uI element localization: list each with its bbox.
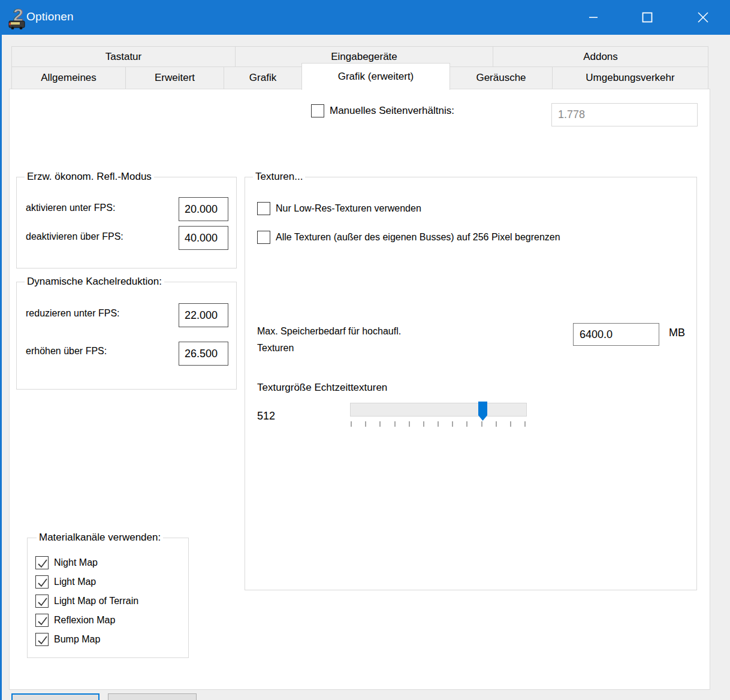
max-memory-unit: MB (669, 327, 685, 339)
tile-reduction-group: Dynamische Kachelreduktion: reduzieren u… (16, 282, 237, 390)
ok-button[interactable] (11, 693, 99, 700)
light-map-checkbox[interactable]: Light Map (35, 575, 96, 589)
checkbox-box[interactable] (35, 595, 49, 608)
slider-thumb[interactable] (478, 402, 487, 421)
raise-over-fps-value: 26.500 (185, 348, 218, 360)
limit-textures-checkbox[interactable]: Alle Texturen (außer des eigenen Busses)… (257, 231, 560, 244)
checkmark-icon (36, 595, 49, 608)
activate-under-fps-value: 20.000 (185, 203, 218, 216)
window-title: Optionen (26, 10, 74, 23)
checkmark-icon (36, 614, 49, 627)
reduce-under-fps-value: 22.000 (185, 309, 218, 322)
activate-under-fps-input[interactable]: 20.000 (179, 197, 228, 221)
tab-tastatur[interactable]: Tastatur (11, 46, 236, 67)
slider-ticks (351, 421, 526, 427)
night-map-checkbox[interactable]: Night Map (35, 556, 98, 569)
maximize-icon (642, 12, 653, 23)
reflexion-map-label: Reflexion Map (54, 615, 115, 626)
limit-textures-label: Alle Texturen (außer des eigenen Busses)… (276, 232, 560, 243)
tab-umgebungsverkehr[interactable]: Umgebungsverkehr (552, 67, 708, 89)
close-icon (698, 12, 708, 23)
tab-erweitert[interactable]: Erweitert (125, 67, 224, 89)
deactivate-over-fps-input[interactable]: 40.000 (179, 226, 228, 250)
bump-map-checkbox[interactable]: Bump Map (35, 633, 100, 646)
checkbox-box[interactable] (257, 202, 270, 215)
tab-label: Grafik (249, 72, 276, 84)
light-map-terrain-checkbox[interactable]: Light Map of Terrain (35, 595, 138, 608)
tab-label: Tastatur (105, 51, 141, 63)
deactivate-over-fps-label: deaktivieren über FPS: (26, 231, 123, 242)
lowres-textures-label: Nur Low-Res-Texturen verwenden (276, 203, 421, 214)
options-window: 2 Optionen Tastatur Eingabegeräte Addons… (0, 0, 730, 700)
tab-label: Eingabegeräte (331, 51, 397, 63)
reduce-under-fps-input[interactable]: 22.000 (179, 303, 228, 327)
aspect-ratio-input[interactable]: 1.778 (551, 103, 698, 126)
tab-label: Umgebungsverkehr (586, 72, 674, 84)
tab-geraeusche[interactable]: Geräusche (450, 67, 553, 89)
close-button[interactable] (684, 0, 722, 35)
tab-label: Geräusche (476, 72, 526, 84)
max-memory-input[interactable]: 6400.0 (573, 323, 659, 346)
checkbox-box[interactable] (35, 614, 49, 627)
raise-over-fps-label: erhöhen über FPS: (26, 346, 107, 357)
tab-grafik[interactable]: Grafik (224, 67, 302, 89)
reduce-under-fps-label: reduzieren unter FPS: (26, 308, 120, 319)
checkmark-icon (36, 633, 49, 647)
tab-label: Grafik (erweitert) (338, 71, 414, 83)
aspect-ratio-value: 1.778 (558, 108, 585, 121)
lowres-textures-checkbox[interactable]: Nur Low-Res-Texturen verwenden (257, 202, 421, 215)
night-map-label: Night Map (54, 557, 98, 568)
textures-group-title: Texturen... (253, 171, 305, 183)
raise-over-fps-input[interactable]: 26.500 (179, 342, 228, 366)
checkbox-box[interactable] (35, 575, 49, 589)
titlebar: 2 Optionen (0, 0, 730, 35)
checkbox-box[interactable] (35, 556, 49, 569)
tab-label: Allgemeines (41, 72, 96, 84)
minimize-icon (589, 13, 598, 22)
maximize-button[interactable] (629, 0, 666, 35)
manual-aspect-label: Manuelles Seitenverhältnis: (330, 105, 454, 117)
textures-group: Texturen... Nur Low-Res-Texturen verwend… (245, 177, 697, 590)
texture-size-slider[interactable] (350, 403, 527, 417)
realtime-texture-size-value: 512 (257, 410, 275, 423)
tab-addons[interactable]: Addons (493, 46, 708, 67)
checkbox-box[interactable] (311, 104, 324, 117)
light-map-label: Light Map (54, 577, 96, 587)
checkmark-icon (36, 557, 49, 570)
bump-map-label: Bump Map (54, 634, 100, 645)
deactivate-over-fps-value: 40.000 (185, 232, 218, 245)
material-channels-group: Materialkanäle verwenden: Night Map Ligh… (27, 538, 189, 658)
checkbox-box[interactable] (35, 633, 49, 646)
manual-aspect-checkbox[interactable]: Manuelles Seitenverhältnis: (311, 104, 454, 117)
activate-under-fps-label: aktivieren unter FPS: (26, 203, 115, 213)
refl-mode-group-title: Erzw. ökonom. Refl.-Modus (25, 171, 154, 183)
tab-grafik-erweitert[interactable]: Grafik (erweitert) (301, 63, 450, 90)
max-memory-label-line2: Texturen (257, 343, 294, 354)
tab-label: Addons (583, 51, 618, 63)
cancel-button[interactable] (108, 693, 197, 700)
max-memory-label-line1: Max. Speicherbedarf für hochaufl. (257, 326, 401, 337)
checkmark-icon (36, 576, 49, 589)
tab-allgemeines[interactable]: Allgemeines (11, 67, 126, 89)
window-left-border (0, 35, 2, 700)
tile-reduction-group-title: Dynamische Kachelreduktion: (25, 276, 164, 288)
minimize-button[interactable] (575, 0, 612, 35)
max-memory-value: 6400.0 (580, 328, 613, 341)
realtime-texture-size-label: Texturgröße Echtzeittexturen (257, 382, 387, 394)
refl-mode-group: Erzw. ökonom. Refl.-Modus aktivieren unt… (16, 177, 237, 268)
tab-label: Erweitert (155, 72, 195, 84)
reflexion-map-checkbox[interactable]: Reflexion Map (35, 614, 115, 627)
material-channels-group-title: Materialkanäle verwenden: (37, 532, 163, 544)
checkbox-box[interactable] (257, 231, 270, 244)
light-map-terrain-label: Light Map of Terrain (54, 596, 138, 607)
